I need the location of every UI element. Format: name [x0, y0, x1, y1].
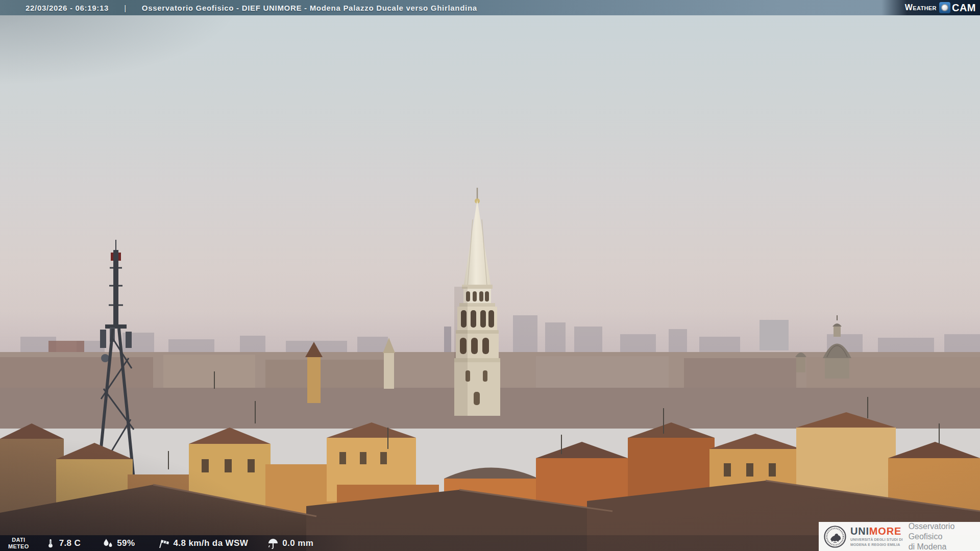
unimore-logo-box: UNIMORE UNIVERSITÀ DEGLI STUDI DI MODENA… — [819, 522, 980, 551]
observatory-name: Osservatorio Geofisico di Modena — [909, 521, 976, 551]
temperature-readout: 7.8 C — [45, 538, 81, 549]
humidity-value: 59% — [117, 538, 135, 548]
weather-data-label: DATI METEO — [8, 537, 29, 549]
rain-value: 0.0 mm — [282, 538, 313, 548]
weather-data-label-line1: DATI — [8, 537, 29, 543]
webcam-viewer: 22/03/2026 - 06:19:13 | Osservatorio Geo… — [0, 0, 980, 551]
webcam-photo — [0, 0, 980, 551]
weathercam-cam-label: CAM — [952, 2, 976, 14]
temperature-value: 7.8 C — [59, 538, 81, 548]
unimore-subtitle-line2: MODENA E REGGIO EMILIA — [850, 542, 903, 547]
thermometer-icon — [45, 538, 56, 549]
unimore-crest-icon — [824, 525, 846, 548]
unimore-subtitle: UNIVERSITÀ DEGLI STUDI DI MODENA E REGGI… — [850, 537, 903, 546]
unimore-wordmark-more: MORE — [869, 525, 901, 537]
wind-icon — [158, 538, 170, 549]
unimore-subtitle-line1: UNIVERSITÀ DEGLI STUDI DI — [850, 537, 903, 542]
weather-data-label-line2: METEO — [8, 543, 29, 550]
weathercam-globe-icon — [941, 4, 948, 11]
rain-readout: 0.0 mm — [267, 538, 313, 549]
weathercam-badge — [939, 2, 950, 13]
camera-title: Osservatorio Geofisico - DIEF UNIMORE - … — [142, 4, 477, 12]
rain-icon — [267, 538, 279, 549]
weathercam-logo: Weather CAM — [881, 0, 980, 15]
separator: | — [124, 4, 127, 12]
unimore-wordmark: UNIMORE UNIVERSITÀ DEGLI STUDI DI MODENA… — [850, 526, 903, 546]
observatory-name-line1: Osservatorio Geofisico — [909, 521, 976, 542]
timestamp: 22/03/2026 - 06:19:13 — [26, 4, 109, 12]
weathercam-weather-label: Weather — [905, 3, 937, 12]
humidity-icon — [102, 538, 113, 549]
top-info-bar: 22/03/2026 - 06:19:13 | Osservatorio Geo… — [0, 0, 980, 15]
wind-value: 4.8 km/h da WSW — [174, 538, 249, 548]
humidity-readout: 59% — [102, 538, 135, 549]
observatory-name-line2: di Modena — [909, 542, 976, 551]
unimore-wordmark-uni: UNI — [850, 525, 869, 537]
wind-readout: 4.8 km/h da WSW — [158, 538, 249, 549]
